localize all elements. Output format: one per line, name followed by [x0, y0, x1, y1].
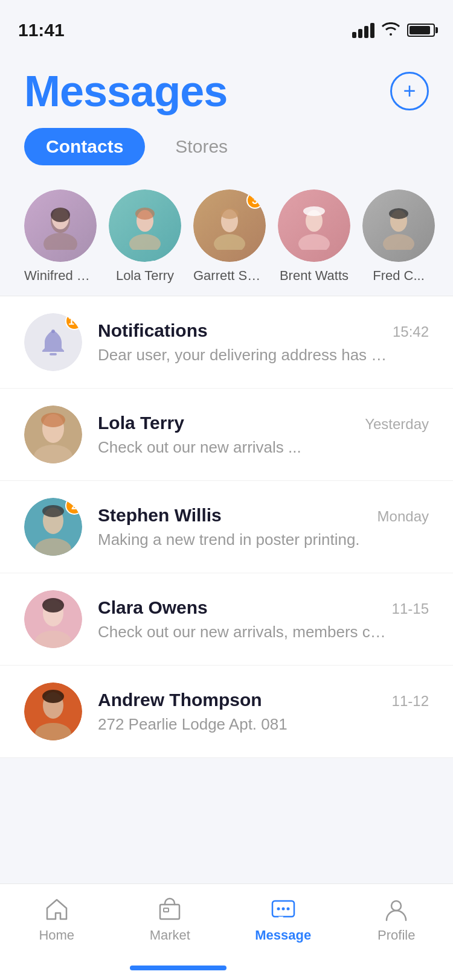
- nav-active-indicator: [130, 966, 226, 970]
- svg-point-19: [41, 413, 65, 427]
- svg-point-5: [135, 208, 155, 220]
- msg-name-clara: Clara Owens: [98, 597, 208, 618]
- message-item-andrew[interactable]: Andrew Thompson 11-12 272 Pearlie Lodge …: [0, 666, 453, 758]
- story-item-fred[interactable]: Fred C...: [362, 189, 435, 284]
- tab-contacts[interactable]: Contacts: [24, 128, 145, 165]
- bottom-nav: Home Market Message Profile: [0, 883, 453, 980]
- nav-profile-label: Profile: [378, 928, 415, 943]
- msg-content-clara: Clara Owens 11-15 Check out our new arri…: [98, 597, 429, 641]
- svg-point-11: [303, 206, 325, 216]
- story-name-lola: Lola Terry: [116, 268, 174, 284]
- svg-point-36: [391, 901, 401, 911]
- msg-time-lola: Yesterday: [365, 416, 429, 433]
- msg-name-notifications: Notifications: [98, 320, 208, 341]
- msg-avatar-andrew: [24, 682, 82, 740]
- message-list: 10 Notifications 15:42 Dear user, your d…: [0, 296, 453, 758]
- msg-badge-stephen: 2: [65, 498, 82, 515]
- msg-name-lola: Lola Terry: [98, 413, 184, 433]
- message-item-notifications[interactable]: 10 Notifications 15:42 Dear user, your d…: [0, 296, 453, 389]
- svg-rect-30: [160, 905, 179, 919]
- status-icons: [352, 21, 435, 40]
- home-icon: [43, 896, 70, 923]
- status-time: 11:41: [18, 20, 65, 40]
- msg-content-notifications: Notifications 15:42 Dear user, your deli…: [98, 320, 429, 364]
- story-name-fred: Fred C...: [373, 268, 425, 284]
- svg-point-15: [383, 234, 414, 250]
- story-name-brent: Brent Watts: [280, 268, 349, 284]
- msg-preview-clara: Check out our new arrivals, members can …: [98, 623, 388, 641]
- msg-preview-stephen: Making a new trend in poster printing.: [98, 530, 388, 549]
- msg-preview-notifications: Dear user, your delivering address has b…: [98, 346, 388, 364]
- plus-icon: +: [403, 80, 416, 102]
- msg-name-andrew: Andrew Thompson: [98, 690, 262, 710]
- msg-avatar-lola: [24, 406, 82, 463]
- nav-profile[interactable]: Profile: [360, 896, 432, 943]
- msg-time-andrew: 11-12: [392, 693, 429, 710]
- story-item-lola[interactable]: Lola Terry: [109, 189, 181, 284]
- msg-avatar-notifications: 10: [24, 313, 82, 371]
- msg-content-lola: Lola Terry Yesterday Check out our new a…: [98, 413, 429, 457]
- msg-time-stephen: Monday: [378, 508, 429, 525]
- msg-avatar-stephen: 2: [24, 498, 82, 556]
- msg-content-andrew: Andrew Thompson 11-12 272 Pearlie Lodge …: [98, 690, 429, 734]
- market-icon: [156, 896, 183, 923]
- add-button[interactable]: +: [390, 72, 429, 110]
- svg-point-35: [286, 908, 289, 911]
- svg-point-12: [298, 234, 330, 250]
- svg-point-22: [42, 505, 64, 517]
- svg-point-25: [42, 598, 64, 612]
- nav-home-label: Home: [39, 928, 74, 943]
- svg-point-26: [35, 631, 71, 648]
- page-title: Messages: [24, 66, 227, 116]
- message-item-lola[interactable]: Lola Terry Yesterday Check out our new a…: [0, 389, 453, 481]
- msg-time-notifications: 15:42: [393, 323, 429, 340]
- svg-rect-16: [50, 353, 57, 355]
- nav-message[interactable]: Message: [247, 896, 320, 943]
- tab-stores[interactable]: Stores: [163, 128, 240, 165]
- story-badge-garrett: 3: [246, 192, 263, 209]
- svg-point-20: [34, 445, 72, 463]
- nav-message-label: Message: [255, 928, 311, 943]
- svg-point-28: [42, 690, 64, 703]
- message-item-clara[interactable]: Clara Owens 11-15 Check out our new arri…: [0, 573, 453, 666]
- story-name-winifred: Winifred Co...: [24, 268, 97, 284]
- msg-badge-notifications: 10: [65, 313, 82, 330]
- svg-point-23: [35, 538, 71, 556]
- story-item-winifred[interactable]: Winifred Co...: [24, 189, 97, 284]
- msg-preview-lola: Check out our new arrivals ...: [98, 438, 388, 457]
- msg-preview-andrew: 272 Pearlie Lodge Apt. 081: [98, 715, 388, 734]
- msg-name-stephen: Stephen Willis: [98, 505, 222, 526]
- svg-point-14: [389, 208, 408, 219]
- nav-market[interactable]: Market: [133, 896, 206, 943]
- nav-market-label: Market: [150, 928, 190, 943]
- svg-point-34: [281, 908, 284, 911]
- msg-time-clara: 11-15: [392, 600, 429, 617]
- story-item-garrett[interactable]: 3 Garrett Sau...: [193, 189, 266, 284]
- story-name-garrett: Garrett Sau...: [193, 268, 266, 284]
- svg-point-1: [43, 233, 77, 250]
- tabs: Contacts Stores: [0, 128, 453, 165]
- wifi-icon: [382, 21, 400, 40]
- svg-point-33: [277, 908, 280, 911]
- message-item-stephen[interactable]: 2 Stephen Willis Monday Making a new tre…: [0, 481, 453, 573]
- nav-home[interactable]: Home: [21, 896, 93, 943]
- signal-icon: [352, 23, 374, 38]
- battery-icon: [407, 24, 435, 37]
- msg-avatar-clara: [24, 590, 82, 648]
- svg-point-6: [129, 234, 161, 250]
- status-bar: 11:41: [0, 0, 453, 48]
- svg-rect-31: [164, 908, 169, 912]
- story-item-brent[interactable]: Brent Watts: [278, 189, 350, 284]
- svg-point-3: [51, 208, 70, 222]
- stories-row: Winifred Co... Lola Terry 3 Garrett Sau.…: [0, 183, 453, 296]
- svg-point-29: [35, 723, 71, 740]
- svg-point-17: [51, 329, 55, 333]
- profile-icon: [383, 896, 410, 923]
- svg-point-8: [220, 208, 239, 219]
- header: Messages +: [0, 48, 453, 128]
- msg-content-stephen: Stephen Willis Monday Making a new trend…: [98, 505, 429, 549]
- message-icon: [270, 896, 297, 923]
- svg-point-9: [214, 234, 245, 250]
